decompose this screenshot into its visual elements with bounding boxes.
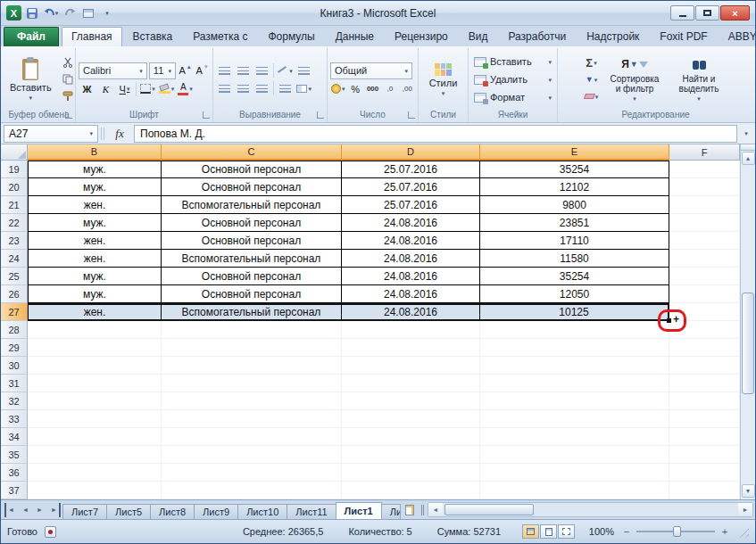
delete-cells-button[interactable]: Удалить ▾: [471, 71, 554, 88]
cell-col-b[interactable]: [28, 446, 162, 464]
align-right-button[interactable]: [253, 80, 270, 96]
copy-button[interactable]: [59, 71, 78, 87]
cell-col-c[interactable]: [162, 357, 342, 375]
cell-col-d[interactable]: [342, 321, 480, 339]
cell-col-b[interactable]: [28, 375, 162, 392]
percent-format-button[interactable]: %: [348, 81, 363, 97]
row-header[interactable]: 25: [1, 268, 28, 285]
ribbon-tab-10[interactable]: Foxit PDF: [650, 27, 717, 46]
cell-col-e[interactable]: [480, 446, 669, 464]
font-color-button[interactable]: А▾: [177, 81, 194, 97]
row-header[interactable]: 36: [1, 464, 28, 482]
fill-color-button[interactable]: ▾: [158, 81, 175, 97]
ribbon-tab-4[interactable]: Формулы: [258, 27, 324, 46]
fill-button[interactable]: ▼▾: [582, 71, 601, 87]
cell-col-d[interactable]: 24.08.2016: [342, 214, 480, 232]
cell-col-f[interactable]: [669, 232, 740, 250]
align-bottom-button[interactable]: [253, 62, 270, 78]
row-header[interactable]: 22: [1, 214, 28, 232]
prev-sheet-button[interactable]: ◄: [19, 503, 32, 517]
clipboard-dialog-launcher-icon[interactable]: [65, 111, 72, 119]
cell-col-b[interactable]: [28, 482, 162, 499]
vertical-scroll-thumb[interactable]: [742, 293, 754, 394]
ribbon-tab-2[interactable]: Вставка: [123, 27, 183, 46]
cell-col-d[interactable]: 25.07.2016: [342, 178, 480, 196]
font-size-select[interactable]: 11▾: [149, 62, 176, 79]
number-dialog-launcher-icon[interactable]: [408, 111, 415, 119]
cell-col-b[interactable]: муж.: [28, 285, 162, 303]
first-sheet-button[interactable]: ◄: [4, 503, 18, 517]
row-header[interactable]: 35: [1, 446, 28, 464]
cell-col-c[interactable]: Основной персонал: [162, 178, 342, 196]
cell-col-b[interactable]: [28, 321, 162, 339]
horizontal-scrollbar[interactable]: ◄ ►: [428, 502, 753, 517]
find-select-button[interactable]: Найти и выделить ▾: [669, 54, 729, 105]
cell-col-d[interactable]: [342, 482, 480, 499]
cell-col-c[interactable]: Основной персонал: [162, 268, 342, 285]
row-header[interactable]: 28: [1, 321, 28, 339]
cell-col-d[interactable]: 25.07.2016: [342, 161, 480, 178]
font-name-select[interactable]: Calibri▾: [79, 62, 147, 79]
scroll-up-button[interactable]: ▲: [742, 152, 755, 165]
column-header-C[interactable]: C: [162, 144, 342, 161]
formula-input[interactable]: Попова М. Д.: [134, 125, 737, 143]
cell-col-f[interactable]: [669, 161, 740, 178]
row-header[interactable]: 23: [1, 232, 28, 250]
row-header[interactable]: 26: [1, 285, 28, 303]
orientation-button[interactable]: ▾: [277, 62, 294, 78]
currency-format-button[interactable]: ▾: [330, 81, 346, 97]
decrease-decimal-button[interactable]: ,00: [400, 81, 415, 97]
wrap-text-button[interactable]: [295, 62, 312, 78]
name-box[interactable]: A27 ▾: [4, 125, 98, 143]
cell-col-f[interactable]: [669, 392, 740, 410]
cell-col-d[interactable]: [342, 339, 480, 357]
row-header[interactable]: 34: [1, 428, 28, 446]
cell-col-e[interactable]: [480, 321, 669, 339]
cell-col-e[interactable]: 23851: [480, 214, 669, 232]
horizontal-scroll-track[interactable]: [443, 503, 738, 516]
ribbon-tab-7[interactable]: Вид: [459, 27, 498, 46]
cell-col-e[interactable]: [480, 410, 669, 428]
redo-button[interactable]: [62, 5, 78, 21]
insert-cells-button[interactable]: Вставить ▾: [471, 54, 554, 70]
cell-col-c[interactable]: Основной персонал: [162, 214, 342, 232]
cell-col-f[interactable]: [669, 410, 740, 428]
row-header[interactable]: 31: [1, 375, 28, 392]
increase-decimal-button[interactable]: ,0: [382, 81, 397, 97]
maximize-button[interactable]: [695, 5, 719, 21]
cell-col-e[interactable]: 35254: [480, 268, 669, 285]
cell-col-e[interactable]: 12102: [480, 178, 669, 196]
format-cells-button[interactable]: Формат ▾: [471, 89, 554, 106]
cell-col-e[interactable]: [480, 482, 669, 499]
ribbon-tab-8[interactable]: Разработчи: [498, 27, 576, 46]
select-all-corner[interactable]: [1, 144, 28, 161]
cell-col-b[interactable]: [28, 428, 162, 446]
align-center-button[interactable]: [235, 80, 252, 96]
row-header[interactable]: 29: [1, 339, 28, 357]
underline-button[interactable]: Ч▾: [116, 81, 133, 97]
horizontal-scroll-thumb[interactable]: [444, 504, 534, 515]
cell-col-d[interactable]: [342, 392, 480, 410]
styles-button[interactable]: Стили ▾: [425, 61, 462, 99]
font-dialog-launcher-icon[interactable]: [203, 111, 210, 119]
cell-col-f[interactable]: [669, 428, 740, 446]
cell-col-b[interactable]: муж.: [28, 178, 162, 196]
resize-grip[interactable]: [737, 526, 749, 538]
scroll-down-button[interactable]: ▼: [742, 484, 755, 498]
page-break-view-button[interactable]: [558, 524, 575, 539]
decrease-indent-button[interactable]: [277, 80, 294, 96]
row-header[interactable]: 30: [1, 357, 28, 375]
cell-col-c[interactable]: Основной персонал: [162, 232, 342, 250]
cell-col-b[interactable]: [28, 464, 162, 482]
cell-col-c[interactable]: [162, 446, 342, 464]
cell-col-e[interactable]: [480, 375, 669, 392]
cell-col-b[interactable]: муж.: [28, 214, 162, 232]
cell-col-e[interactable]: [480, 464, 669, 482]
namebox-resize-grip[interactable]: [101, 128, 105, 140]
cell-col-f[interactable]: [669, 339, 740, 357]
column-header-E[interactable]: E: [480, 144, 669, 161]
borders-button[interactable]: ▾: [139, 81, 156, 97]
cell-col-d[interactable]: 24.08.2016: [342, 303, 480, 321]
cell-col-f[interactable]: [669, 178, 740, 196]
column-header-D[interactable]: D: [342, 144, 480, 161]
